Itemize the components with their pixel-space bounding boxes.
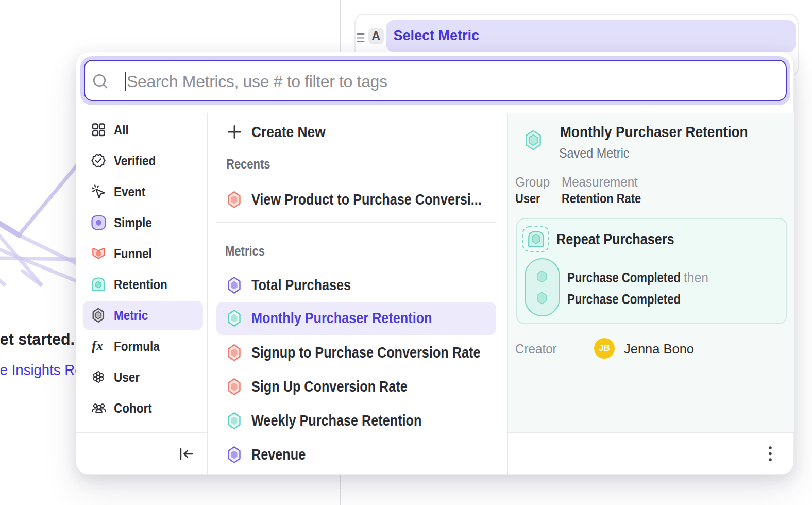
svg-text:fx: fx: [92, 339, 104, 354]
